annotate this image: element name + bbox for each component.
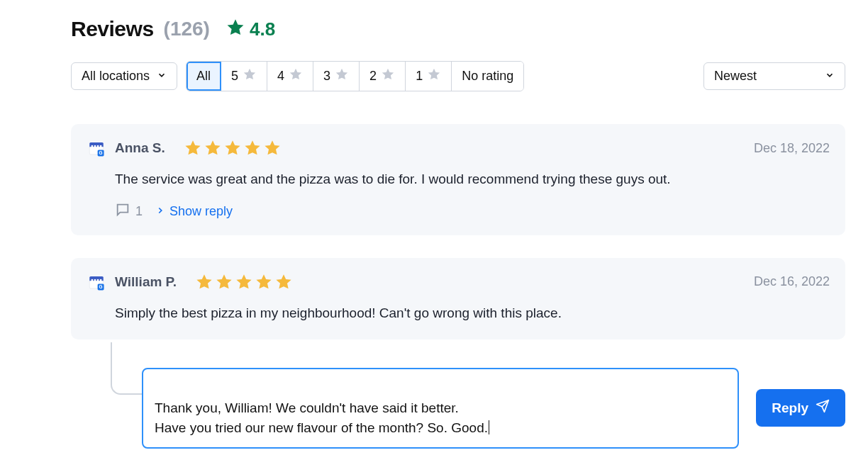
filter-4-label: 4: [277, 69, 284, 84]
google-source-icon: G: [87, 272, 106, 292]
filter-no-rating[interactable]: No rating: [452, 62, 523, 91]
svg-rect-4: [100, 145, 101, 147]
filter-5-label: 5: [231, 69, 238, 84]
review-text: The service was great and the pizza was …: [115, 169, 830, 189]
rating-summary: 4.8: [226, 18, 275, 40]
filter-1-star[interactable]: 1: [406, 62, 452, 91]
reply-button[interactable]: Reply: [756, 389, 845, 427]
show-reply-label: Show reply: [169, 204, 233, 219]
rating-number: 4.8: [250, 18, 275, 40]
svg-rect-1: [91, 145, 93, 147]
chevron-right-icon: [155, 204, 165, 219]
star-icon: [235, 273, 253, 291]
star-icon: [255, 273, 273, 291]
filter-none-label: No rating: [462, 69, 513, 84]
reply-count-number: 1: [135, 204, 143, 219]
sort-select[interactable]: Newest: [703, 62, 845, 90]
svg-rect-8: [91, 279, 93, 281]
reply-input[interactable]: Thank you, William! We couldn't have sai…: [142, 368, 739, 449]
page-title: Reviews: [71, 17, 154, 41]
reply-button-label: Reply: [772, 400, 808, 416]
filter-all-label: All: [196, 69, 211, 84]
star-icon: [274, 273, 293, 291]
comment-icon: [115, 202, 130, 221]
review-stars: [195, 273, 293, 291]
svg-rect-9: [94, 279, 96, 281]
star-icon: [223, 139, 242, 157]
filter-3-label: 3: [323, 69, 330, 84]
filter-2-stars[interactable]: 2: [360, 62, 406, 91]
filter-all[interactable]: All: [187, 62, 221, 91]
star-icon: [263, 139, 282, 157]
chevron-down-icon: [157, 69, 167, 84]
review-count: (126): [164, 18, 210, 40]
star-icon: [335, 67, 349, 85]
filter-3-stars[interactable]: 3: [313, 62, 360, 91]
star-icon: [427, 67, 441, 85]
review-date: Dec 16, 2022: [754, 274, 830, 289]
sort-label: Newest: [714, 69, 757, 84]
location-filter[interactable]: All locations: [71, 62, 177, 90]
svg-rect-10: [97, 279, 99, 281]
filter-5-stars[interactable]: 5: [221, 62, 267, 91]
chevron-down-icon: [825, 69, 835, 84]
reviews-header: Reviews (126) 4.8: [71, 17, 845, 41]
google-source-icon: G: [87, 138, 106, 158]
thread-connector: [111, 342, 142, 395]
svg-rect-11: [100, 279, 101, 281]
reviewer-name: Anna S.: [115, 140, 165, 156]
svg-rect-3: [97, 145, 99, 147]
review-text: Simply the best pizza in my neighbourhoo…: [115, 303, 830, 323]
location-filter-label: All locations: [82, 69, 150, 84]
filter-1-label: 1: [416, 69, 423, 84]
star-icon: [381, 67, 395, 85]
show-reply-toggle[interactable]: Show reply: [155, 204, 233, 219]
svg-rect-2: [94, 145, 96, 147]
svg-text:G: G: [99, 150, 103, 155]
star-icon: [289, 67, 303, 85]
review-card: G William P. Dec 16, 2022 Simply the bes…: [71, 258, 845, 340]
review-date: Dec 18, 2022: [754, 141, 830, 156]
star-icon: [195, 273, 213, 291]
star-icon: [243, 67, 257, 85]
reply-input-text: Thank you, William! We couldn't have sai…: [155, 400, 488, 436]
filter-bar: All locations All 5 4 3 2: [71, 61, 845, 91]
star-icon: [243, 139, 262, 157]
reviewer-name: William P.: [115, 274, 177, 290]
star-icon: [204, 139, 222, 157]
star-icon: [226, 18, 245, 40]
review-stars: [184, 139, 282, 157]
rating-filter-group: All 5 4 3 2 1 No rating: [186, 61, 524, 91]
review-card: G Anna S. Dec 18, 2022 The service was g…: [71, 124, 845, 235]
svg-text:G: G: [99, 284, 103, 289]
filter-4-stars[interactable]: 4: [267, 62, 313, 91]
filter-2-label: 2: [369, 69, 377, 84]
star-icon: [215, 273, 233, 291]
reply-count: 1: [115, 202, 143, 221]
send-icon: [816, 399, 830, 417]
star-icon: [184, 139, 202, 157]
text-caret: [489, 420, 489, 434]
